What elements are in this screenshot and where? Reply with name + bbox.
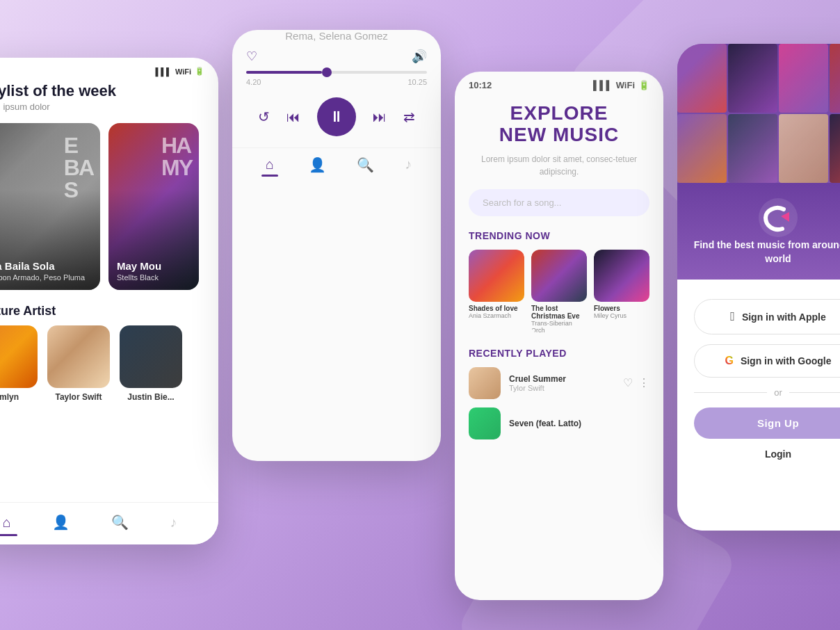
artist-img-taylor <box>47 325 110 388</box>
auth-bg-cell-3 <box>779 44 828 113</box>
bottom-nav-playlist: ⌂ 👤 🔍 ♪ <box>0 502 218 544</box>
time-current: 4.20 <box>246 78 261 86</box>
signal-icon: ▌▌▌ <box>155 67 171 76</box>
auth-bg-grid <box>677 44 840 183</box>
album-card-1[interactable]: EBAS Ella Baila Sola Eslabon Armado, Pes… <box>0 123 100 290</box>
trending-card-2[interactable]: The lost Christmas Eve Trans-Siberian Or… <box>531 250 587 334</box>
login-link[interactable]: Login <box>765 449 791 460</box>
album-text-color: HAMY <box>161 134 192 179</box>
album-text-bw: EBAS <box>64 134 93 201</box>
trending-card-3[interactable]: Flowers Miley Cyrus <box>594 250 649 334</box>
player-song-meta: Rema, Selena Gomez <box>232 30 441 49</box>
app-logo <box>757 197 799 239</box>
album-label-1: Ella Baila Sola Eslabon Armado, Peso Plu… <box>0 260 85 282</box>
recent-actions-1: ♡ ⋮ <box>623 376 649 389</box>
player-nav-underline <box>261 175 278 177</box>
sign-up-button[interactable]: Sign Up <box>694 407 840 439</box>
recent-song-2: Seven (feat. Latto) <box>509 419 649 428</box>
volume-icon[interactable]: 🔊 <box>412 49 427 64</box>
favorite-icon[interactable]: ♡ <box>246 49 257 64</box>
album-card-2[interactable]: HAMY May Mou Stellts Black <box>108 123 199 290</box>
explore-status-icons: ▌▌▌ WiFi 🔋 <box>593 80 649 90</box>
trending-card-1[interactable]: Shades of love Ania Szarmach <box>469 250 524 334</box>
or-label: or <box>774 387 782 398</box>
profile-icon-player[interactable]: 👤 <box>309 156 326 177</box>
wifi-icon: WiFi <box>175 67 191 76</box>
recent-thumb-2 <box>469 407 501 439</box>
player-bottom-nav: ⌂ 👤 🔍 ♪ <box>232 147 441 185</box>
status-bar-playlist: 10:12 ▌▌▌ WiFi 🔋 <box>0 58 218 82</box>
sign-in-apple-button[interactable]:  Sign in with Apple <box>694 299 840 334</box>
playlist-icon: ♪ <box>170 515 177 531</box>
artist-img-emlyn <box>0 325 38 388</box>
shuffle-icon[interactable]: ⇄ <box>403 108 415 125</box>
artist-name-taylor: Taylor Swift <box>55 392 102 402</box>
play-pause-button[interactable]: ⏸ <box>317 97 356 136</box>
recent-item-1[interactable]: Cruel Summer Tylor Swift ♡ ⋮ <box>469 367 649 399</box>
nav-home[interactable]: ⌂ <box>3 515 11 531</box>
progress-times: 4.20 10.25 <box>246 78 427 86</box>
album-artist-2: Stellts Black <box>117 273 161 282</box>
recent-info-2: Seven (feat. Latto) <box>509 419 649 428</box>
auth-bg-cell-5 <box>677 114 727 183</box>
playlist-icon-player[interactable]: ♪ <box>405 156 412 177</box>
album-name-2: May Mou <box>117 260 161 272</box>
home-icon-player: ⌂ <box>266 156 274 172</box>
recent-item-2[interactable]: Seven (feat. Latto) <box>469 407 649 439</box>
apple-btn-label: Sign in with Apple <box>742 312 826 323</box>
google-btn-label: Sign in with Google <box>741 355 832 366</box>
trending-name-2: The lost Christmas Eve <box>531 305 587 320</box>
artist-card-taylor[interactable]: Taylor Swift <box>47 325 110 402</box>
album-label-2: May Mou Stellts Black <box>117 260 161 282</box>
auth-bg-cell-4 <box>830 44 840 113</box>
battery-icon-explore: 🔋 <box>638 80 649 90</box>
search-icon: 🔍 <box>111 514 129 531</box>
repeat-icon[interactable]: ↺ <box>258 108 270 125</box>
wifi-icon-explore: WiFi <box>616 80 635 90</box>
auth-buttons-section:  Sign in with Apple G Sign in with Goog… <box>677 280 840 531</box>
trending-name-3: Flowers <box>594 305 649 312</box>
recent-info-1: Cruel Summer Tylor Swift <box>509 374 615 392</box>
pause-icon: ⏸ <box>329 108 344 126</box>
album-cards-row: EBAS Ella Baila Sola Eslabon Armado, Pes… <box>0 123 218 290</box>
home-icon: ⌂ <box>3 515 11 531</box>
artist-card-justin[interactable]: Justin Bie... <box>120 325 182 402</box>
progress-fill <box>246 71 322 74</box>
nav-profile[interactable]: 👤 <box>52 514 70 531</box>
more-icon-recent[interactable]: ⋮ <box>638 376 649 389</box>
apple-icon:  <box>730 309 735 324</box>
nav-search[interactable]: 🔍 <box>111 514 129 531</box>
album-artist-1: Eslabon Armado, Peso Pluma <box>0 273 85 282</box>
trending-label: TRENDING NOW <box>469 230 649 241</box>
or-line-left <box>694 392 767 393</box>
screen-explore: 10:12 ▌▌▌ WiFi 🔋 EXPLORE NEW MUSIC Lorem… <box>455 72 663 600</box>
trending-img-3 <box>594 250 649 302</box>
sign-in-google-button[interactable]: G Sign in with Google <box>694 344 840 378</box>
screen-player: Rema, Selena Gomez ♡ 🔊 4.20 10.25 ↺ ⏮ ⏸ … <box>232 30 441 461</box>
search-icon-player[interactable]: 🔍 <box>357 156 374 177</box>
artist-card-emlyn[interactable]: Emlyn <box>0 325 38 402</box>
player-progress-area: ♡ 🔊 4.20 10.25 <box>232 49 441 86</box>
trending-name-1: Shades of love <box>469 305 524 312</box>
rewind-icon[interactable]: ⏮ <box>286 109 300 125</box>
heart-icon-recent[interactable]: ♡ <box>623 376 633 389</box>
trending-cards: Shades of love Ania Szarmach The lost Ch… <box>469 250 649 334</box>
playlist-header: Playlist of the week Lorem ipsum dolor <box>0 82 218 123</box>
artist-name-justin: Justin Bie... <box>127 392 174 402</box>
trending-img-2 <box>531 250 587 302</box>
player-nav-home[interactable]: ⌂ <box>261 156 278 177</box>
search-input-explore[interactable]: Search for a song... <box>469 189 649 216</box>
google-icon: G <box>725 355 733 367</box>
player-controls: ↺ ⏮ ⏸ ⏭ ⇄ <box>232 86 441 147</box>
forward-icon[interactable]: ⏭ <box>373 109 387 125</box>
recent-artist-1: Tylor Swift <box>509 384 615 392</box>
nav-playlist-icon[interactable]: ♪ <box>170 515 177 531</box>
auth-bg-images <box>677 44 840 183</box>
album-name-1: Ella Baila Sola <box>0 260 85 272</box>
nav-underline <box>0 534 17 536</box>
explore-content: EXPLORE NEW MUSIC Lorem ipsum dolor sit … <box>455 103 663 439</box>
screens-container: 10:12 ▌▌▌ WiFi 🔋 Playlist of the week Lo… <box>0 30 840 600</box>
screen-playlist: 10:12 ▌▌▌ WiFi 🔋 Playlist of the week Lo… <box>0 58 218 544</box>
progress-bar[interactable] <box>246 71 427 74</box>
auth-bg-cell-2 <box>728 44 777 113</box>
